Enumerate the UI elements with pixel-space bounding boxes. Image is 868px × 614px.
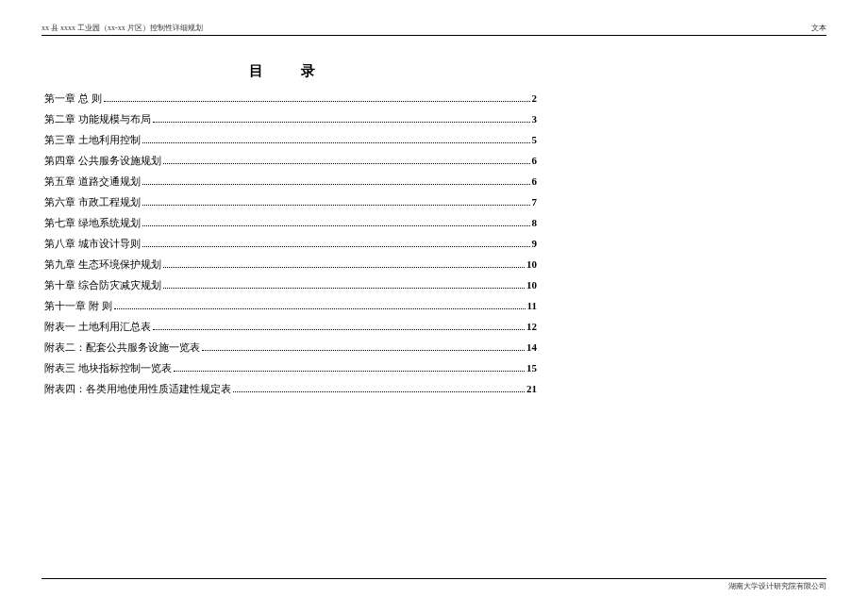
toc-entry-page: 3 (532, 113, 538, 124)
toc-dots (163, 288, 525, 289)
toc-title: 目 录 (44, 62, 537, 80)
toc-dots (163, 267, 525, 268)
toc-entry-label: 第一章 总 则 (44, 91, 102, 106)
page-header: xx 县 xxxx 工业园（xx-xx 片区）控制性详细规划 文本 (42, 23, 826, 36)
toc-entry-label: 第九章 生态环境保护规划 (44, 257, 161, 272)
toc-dots (153, 329, 525, 330)
toc-dots (142, 225, 530, 226)
toc-entry: 第六章 市政工程规划7 (44, 195, 537, 209)
header-right: 文本 (811, 23, 826, 33)
toc-entry-page: 10 (526, 279, 537, 290)
toc-entry: 第九章 生态环境保护规划10 (44, 257, 537, 272)
toc-entry-label: 第三章 土地利用控制 (44, 133, 141, 147)
toc-dots (142, 246, 530, 247)
page-footer: 湖南大学设计研究院有限公司 (42, 578, 826, 591)
toc-entry: 第三章 土地利用控制5 (44, 133, 537, 147)
toc-entry-page: 12 (526, 321, 537, 332)
toc-entry-page: 7 (532, 196, 538, 207)
toc-entry-page: 6 (532, 175, 538, 187)
toc-entry: 第四章 公共服务设施规划6 (44, 154, 537, 168)
toc-entry: 第十一章 附 则11 (44, 299, 537, 313)
toc-dots (104, 101, 530, 102)
toc-entry-page: 9 (532, 238, 538, 249)
toc-entry-label: 第八章 城市设计导则 (44, 237, 141, 251)
toc-entry-label: 附表三 地块指标控制一览表 (44, 361, 172, 375)
toc-entry: 附表一 土地利用汇总表12 (44, 320, 537, 334)
toc-entry-page: 21 (526, 383, 537, 394)
toc-entry-label: 第七章 绿地系统规划 (44, 216, 141, 230)
header-left: xx 县 xxxx 工业园（xx-xx 片区）控制性详细规划 (42, 23, 203, 33)
toc-entry-label: 第六章 市政工程规划 (44, 195, 141, 209)
toc-entry: 附表三 地块指标控制一览表15 (44, 361, 537, 375)
toc-entry: 第八章 城市设计导则9 (44, 237, 537, 251)
footer-text: 湖南大学设计研究院有限公司 (728, 582, 826, 590)
toc-dots (233, 391, 525, 392)
toc-entry-page: 8 (532, 217, 538, 228)
toc-entry-label: 附表一 土地利用汇总表 (44, 320, 151, 334)
toc-entry-label: 第二章 功能规模与布局 (44, 112, 151, 126)
toc-entry-label: 附表二：配套公共服务设施一览表 (44, 340, 200, 355)
toc-entry: 附表四：各类用地使用性质适建性规定表21 (44, 382, 537, 396)
toc-dots (142, 184, 530, 185)
toc-entry: 附表二：配套公共服务设施一览表14 (44, 340, 537, 355)
toc-entry: 第二章 功能规模与布局3 (44, 112, 537, 126)
toc-entry-label: 第四章 公共服务设施规划 (44, 154, 161, 168)
toc-entry-page: 5 (532, 134, 538, 145)
toc-entry: 第一章 总 则2 (44, 91, 537, 106)
toc-entry: 第七章 绿地系统规划8 (44, 216, 537, 230)
toc-entry-page: 11 (527, 300, 537, 311)
toc-entry-label: 第十一章 附 则 (44, 299, 112, 313)
toc-entry-label: 附表四：各类用地使用性质适建性规定表 (44, 382, 231, 396)
toc-entry-page: 15 (526, 362, 537, 373)
toc-entry-page: 14 (526, 341, 537, 353)
toc-entry-label: 第五章 道路交通规划 (44, 174, 141, 189)
toc-list: 第一章 总 则2第二章 功能规模与布局3第三章 土地利用控制5第四章 公共服务设… (44, 91, 537, 396)
toc-entry-page: 6 (532, 155, 538, 166)
table-of-contents: 目 录 第一章 总 则2第二章 功能规模与布局3第三章 土地利用控制5第四章 公… (44, 62, 537, 396)
toc-entry-page: 2 (532, 92, 538, 104)
toc-entry: 第五章 道路交通规划6 (44, 174, 537, 189)
toc-dots (142, 142, 530, 143)
toc-dots (114, 308, 526, 309)
toc-dots (202, 350, 525, 351)
toc-entry-label: 第十章 综合防灾减灾规划 (44, 278, 161, 292)
toc-entry-page: 10 (526, 258, 537, 270)
toc-entry: 第十章 综合防灾减灾规划10 (44, 278, 537, 292)
toc-dots (142, 205, 530, 206)
toc-dots (153, 122, 530, 123)
toc-dots (174, 371, 525, 372)
toc-dots (163, 163, 530, 164)
